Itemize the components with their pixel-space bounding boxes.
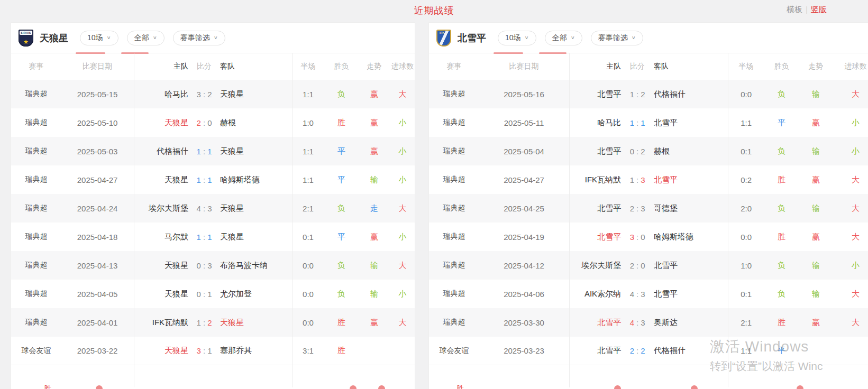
home-team-name: 北雪平 xyxy=(569,146,624,156)
goals-badge: 小 xyxy=(834,118,868,128)
match-row[interactable]: 瑞典超2025-04-06AIK索尔纳4:3北雪平0:1负输大 xyxy=(429,280,868,308)
home-score: 4 xyxy=(630,290,634,299)
active-filter-underline xyxy=(121,52,149,54)
match-row[interactable]: 瑞典超2025-04-19北雪平3:0哈姆斯塔德0:0胜赢大 xyxy=(429,223,868,251)
league-name: 瑞典超 xyxy=(429,89,479,99)
trend-badge: 输 xyxy=(358,261,390,271)
event-filter-value: 赛事筛选 xyxy=(180,33,210,43)
match-row[interactable]: 瑞典超2025-04-05天狼星0:1尤尔加登0:0负输小 xyxy=(11,280,415,308)
match-row[interactable]: 球会友谊2025-03-22天狼星3:1塞那乔其3:1胜 xyxy=(11,337,415,365)
match-date: 2025-04-19 xyxy=(479,233,569,242)
match-score: 2:0 xyxy=(624,261,651,270)
match-date: 2025-04-01 xyxy=(61,318,134,327)
home-score: 2 xyxy=(630,204,634,213)
score-colon: : xyxy=(636,147,638,156)
result-badge: 负 xyxy=(325,289,358,299)
result-badge: 胜 xyxy=(765,175,798,185)
half-time-score: 0:0 xyxy=(727,90,765,99)
col-date-header: 比赛日期 xyxy=(479,62,569,71)
scope-dropdown[interactable]: 全部 ∨ xyxy=(545,31,582,45)
match-row[interactable]: 瑞典超2025-04-18马尔默1:1天狼星0:1平赢小 xyxy=(11,223,415,251)
trend-badge: 赢 xyxy=(798,318,834,328)
result-badge: 负 xyxy=(325,261,358,271)
scope-value: 全部 xyxy=(134,33,149,43)
trend-badge: 输 xyxy=(798,89,834,99)
match-row[interactable]: 瑞典超2025-04-01IFK瓦纳默1:2天狼星0:0胜赢大 xyxy=(11,308,415,337)
home-team-name: 马尔默 xyxy=(133,232,191,242)
home-team-name: 埃尔夫斯堡 xyxy=(569,261,624,271)
layout-vertical-link[interactable]: 竖版 xyxy=(811,5,827,14)
result-badge: 胜 xyxy=(325,118,358,128)
match-row[interactable]: 瑞典超2025-04-27天狼星1:1哈姆斯塔德1:1平输小 xyxy=(11,165,415,194)
home-team-name: 天狼星 xyxy=(133,175,191,185)
away-score: 0 xyxy=(641,261,645,270)
chevron-down-icon: ∨ xyxy=(153,35,157,40)
norrkoping-team-logo-icon: IFK xyxy=(436,30,451,47)
result-badge: 平 xyxy=(325,146,358,156)
half-time-score: 1:1 xyxy=(727,118,765,127)
scope-dropdown[interactable]: 全部 ∨ xyxy=(127,31,165,45)
goals-badge: 小 xyxy=(834,146,868,156)
trend-badge: 赢 xyxy=(358,89,390,99)
half-time-score: 1:1 xyxy=(291,147,325,156)
match-row[interactable]: 瑞典超2025-04-13天狼星0:3布洛马波卡纳0:0负输大 xyxy=(11,251,415,280)
home-score: 2 xyxy=(630,261,634,270)
layout-switcher: 横板|竖版 xyxy=(787,5,827,15)
col-away-header: 客队 xyxy=(651,62,727,71)
score-colon: : xyxy=(636,346,638,355)
goals-badge: 大 xyxy=(390,261,415,271)
match-row[interactable]: 瑞典超2025-04-27IFK瓦纳默1:3北雪平0:2胜赢大 xyxy=(429,165,868,194)
league-name: 瑞典超 xyxy=(429,175,479,184)
summary-win-label: 胜 xyxy=(456,384,464,389)
score-colon: : xyxy=(636,261,638,270)
matches-count-dropdown[interactable]: 10场 ∨ xyxy=(498,31,536,45)
match-row[interactable]: 瑞典超2025-04-24埃尔夫斯堡4:3天狼星2:1负走大 xyxy=(11,194,415,223)
win-dot-icon xyxy=(691,385,698,389)
match-score: 1:1 xyxy=(191,147,217,156)
panel-header: IFK 北雪平 10场 ∨ 全部 ∨ 赛事筛选 ∨ xyxy=(429,23,868,53)
win-dot-icon xyxy=(797,385,803,389)
matches-count-dropdown[interactable]: 10场 ∨ xyxy=(80,31,118,45)
chevron-down-icon: ∨ xyxy=(571,35,575,40)
match-row[interactable]: 瑞典超2025-05-04北雪平0:2赫根0:1负输小 xyxy=(429,137,868,165)
chevron-down-icon: ∨ xyxy=(525,35,529,40)
result-badge: 负 xyxy=(325,203,358,214)
windows-activation-watermark-line2: 转到“设置”以激活 Winc xyxy=(710,359,823,374)
match-score: 2:2 xyxy=(624,346,651,355)
event-filter-dropdown[interactable]: 赛事筛选 ∨ xyxy=(173,31,225,45)
home-score: 1 xyxy=(630,90,634,99)
layout-horizontal-link[interactable]: 横板 xyxy=(787,5,802,14)
home-team-name: 天狼星 xyxy=(133,289,191,299)
event-filter-dropdown[interactable]: 赛事筛选 ∨ xyxy=(591,31,643,45)
away-score: 1 xyxy=(641,118,645,127)
goals-badge: 大 xyxy=(834,318,868,328)
match-row[interactable]: 瑞典超2025-04-12埃尔夫斯堡2:0北雪平1:0负输小 xyxy=(429,251,868,280)
half-time-score: 0:1 xyxy=(727,290,765,299)
away-score: 0 xyxy=(207,118,212,127)
half-time-score: 3:1 xyxy=(291,346,325,355)
active-filter-underline xyxy=(494,52,523,54)
league-name: 瑞典超 xyxy=(11,203,61,213)
trend-badge: 赢 xyxy=(798,232,834,242)
away-team-name: 天狼星 xyxy=(217,203,291,214)
col-away-header: 客队 xyxy=(217,62,291,71)
match-row[interactable]: 瑞典超2025-05-15哈马比3:2天狼星1:1负赢大 xyxy=(11,80,415,108)
trend-badge: 输 xyxy=(798,289,834,299)
page-title: 近期战绩 xyxy=(0,4,868,17)
match-row[interactable]: 瑞典超2025-05-03代格福什1:1天狼星1:1平赢小 xyxy=(11,137,415,165)
match-row[interactable]: 瑞典超2025-04-25北雪平2:3哥德堡2:0负输大 xyxy=(429,194,868,223)
ifk-logo-text: IFK xyxy=(440,31,445,34)
match-row[interactable]: 瑞典超2025-05-10天狼星2:0赫根1:0胜赢小 xyxy=(11,108,415,137)
active-filter-underline xyxy=(539,52,567,54)
league-name: 瑞典超 xyxy=(429,318,479,327)
match-row[interactable]: 瑞典超2025-03-30北雪平4:3奥斯达2:1胜赢大 xyxy=(429,308,868,337)
match-date: 2025-04-18 xyxy=(61,233,134,242)
goals-badge: 大 xyxy=(834,289,868,299)
match-row[interactable]: 瑞典超2025-05-11哈马比1:1北雪平1:1平赢小 xyxy=(429,108,868,137)
result-badge: 胜 xyxy=(765,318,798,328)
half-time-score: 0:2 xyxy=(727,175,765,184)
win-dot-icon xyxy=(96,385,103,389)
home-team-name: 天狼星 xyxy=(133,261,191,271)
match-row[interactable]: 瑞典超2025-05-16北雪平1:2代格福什0:0负输大 xyxy=(429,80,868,108)
match-score: 0:3 xyxy=(191,261,217,270)
